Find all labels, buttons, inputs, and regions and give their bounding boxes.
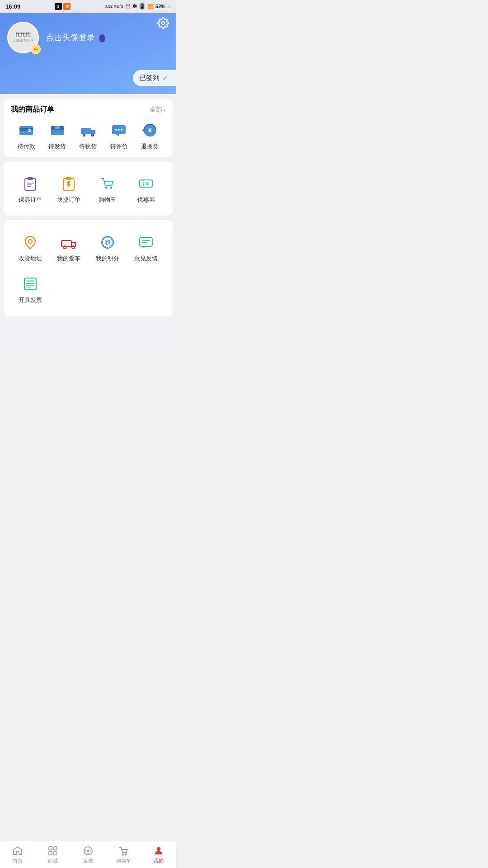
service-label-cart: 购物车	[99, 196, 116, 204]
svg-text:积: 积	[104, 240, 111, 246]
orders-all-label: 全部	[150, 106, 162, 114]
service-invoice[interactable]: 开具发票	[11, 268, 50, 310]
svg-point-15	[92, 135, 93, 136]
avatar-wrap[interactable]: 忙忙忙 门店 商城 车队 学院 积	[7, 22, 39, 53]
svg-point-31	[105, 187, 107, 189]
services-card-1: 保养订单 快捷订单 购物车	[4, 161, 173, 216]
order-label-return: 退换货	[141, 142, 159, 151]
order-item-pending-ship[interactable]: 待发货	[48, 122, 66, 151]
checkin-button[interactable]: 已签到 ✓	[133, 70, 176, 86]
settings-button[interactable]	[157, 17, 169, 32]
svg-point-38	[63, 246, 66, 249]
order-item-pending-pay[interactable]: 待付款	[18, 122, 35, 151]
coupon-green-icon: ¥	[137, 175, 155, 192]
chevron-right-icon: ›	[163, 106, 165, 113]
service-label-invoice: 开具发票	[19, 296, 42, 304]
wallet-icon	[18, 122, 35, 139]
service-label-feedback: 意见反馈	[134, 255, 158, 263]
orders-card: 我的商品订单 全部 › 待付款	[4, 99, 173, 157]
order-item-return[interactable]: ¥ 退换货	[141, 122, 159, 151]
service-feedback[interactable]: 意见反馈	[127, 226, 166, 268]
service-label-quick-order: 快捷订单	[57, 196, 80, 204]
orders-all-button[interactable]: 全部 ›	[150, 106, 165, 114]
svg-rect-45	[24, 278, 36, 290]
service-label-address: 收货地址	[19, 255, 42, 263]
svg-rect-42	[140, 237, 152, 246]
svg-text:忙忙忙: 忙忙忙	[15, 32, 31, 37]
service-grid-2: 收货地址 我的爱车 积	[11, 226, 165, 268]
svg-rect-11	[81, 128, 91, 134]
profile-header: 忙忙忙 门店 商城 车队 学院 积 点击头像登录 已签到 ✓	[0, 13, 176, 94]
vibrate-icon: 📳	[139, 3, 145, 9]
comment-icon	[110, 122, 127, 139]
service-address[interactable]: 收货地址	[11, 226, 50, 268]
profile-info: 点击头像登录	[46, 32, 169, 43]
signal-icon: 📶	[147, 4, 154, 9]
login-prompt-text: 点击头像登录	[46, 33, 95, 42]
bottom-spacer	[0, 321, 176, 352]
order-label-pending-ship: 待发货	[48, 142, 66, 151]
svg-rect-46	[26, 280, 34, 282]
profile-row: 忙忙忙 门店 商城 车队 学院 积 点击头像登录	[7, 22, 169, 53]
network-speed: 0.22 KB/S	[105, 4, 124, 9]
service-my-car[interactable]: 我的爱车	[50, 226, 89, 268]
service-grid-3: 开具发票	[11, 268, 165, 310]
battery-circle-icon: ○	[167, 3, 171, 10]
order-label-pending-pay: 待付款	[18, 142, 35, 151]
svg-text:¥: ¥	[148, 127, 152, 134]
bluetooth-icon: ✱	[132, 3, 137, 9]
service-coupon[interactable]: ¥ 优惠券	[127, 168, 166, 209]
svg-point-0	[162, 22, 165, 25]
svg-rect-10	[55, 126, 60, 129]
battery-text: 52%	[155, 4, 165, 9]
svg-text:¥: ¥	[146, 181, 149, 186]
svg-rect-1	[12, 26, 34, 49]
status-dot	[99, 34, 105, 42]
status-time: 16:09	[5, 3, 20, 10]
svg-point-13	[83, 135, 84, 136]
svg-point-18	[115, 129, 117, 131]
points-blue-icon: 积	[99, 234, 116, 251]
svg-text:门店 商城 车队 学院: 门店 商城 车队 学院	[12, 39, 34, 42]
svg-rect-37	[61, 241, 71, 246]
clipboard-purple-icon	[22, 175, 39, 192]
status-apps: S 话	[55, 3, 70, 10]
service-cart[interactable]: 购物车	[88, 168, 127, 209]
svg-rect-24	[25, 179, 36, 190]
status-icons: 0.22 KB/S ⏰ ✱ 📳 📶 52% ○	[105, 3, 171, 10]
gear-icon	[157, 17, 169, 29]
service-label-maintenance: 保养订单	[19, 196, 42, 204]
service-quick-order[interactable]: 快捷订单	[50, 168, 89, 209]
orders-header: 我的商品订单 全部 ›	[11, 105, 165, 114]
status-bar: 16:09 S 话 0.22 KB/S ⏰ ✱ 📳 📶 52% ○	[0, 0, 176, 13]
points-badge: 积	[31, 44, 41, 54]
invoice-green-icon	[22, 275, 39, 292]
orders-title: 我的商品订单	[11, 105, 54, 114]
order-icons-row: 待付款 待发货	[11, 122, 165, 151]
soul-app-icon: S	[55, 3, 62, 10]
svg-rect-30	[66, 177, 71, 180]
logo-svg: 忙忙忙 门店 商城 车队 学院	[12, 26, 34, 49]
svg-marker-23	[142, 128, 144, 132]
truck-icon	[80, 122, 97, 139]
message-green-icon	[137, 234, 155, 251]
service-label-my-car: 我的爱车	[57, 255, 80, 263]
service-label-points: 我的积分	[96, 255, 119, 263]
main-content: 我的商品订单 全部 › 待付款	[0, 94, 176, 357]
service-maintenance[interactable]: 保养订单	[11, 168, 50, 209]
svg-point-7	[28, 130, 30, 132]
checkin-label: 已签到	[139, 74, 160, 82]
order-label-pending-receive: 待收货	[79, 142, 97, 151]
order-item-pending-receive[interactable]: 待收货	[79, 122, 97, 151]
chat-app-icon: 话	[63, 3, 70, 10]
cart-teal-icon	[99, 175, 116, 192]
order-item-pending-review[interactable]: 待评价	[110, 122, 128, 151]
points-icon: 积	[34, 47, 38, 52]
clipboard-orange-icon	[60, 175, 77, 192]
svg-point-20	[121, 129, 122, 131]
svg-point-32	[109, 187, 112, 189]
checkin-check-icon: ✓	[162, 74, 168, 82]
box-icon	[49, 122, 66, 139]
service-points[interactable]: 积 我的积分	[88, 226, 127, 268]
svg-point-36	[28, 240, 32, 243]
